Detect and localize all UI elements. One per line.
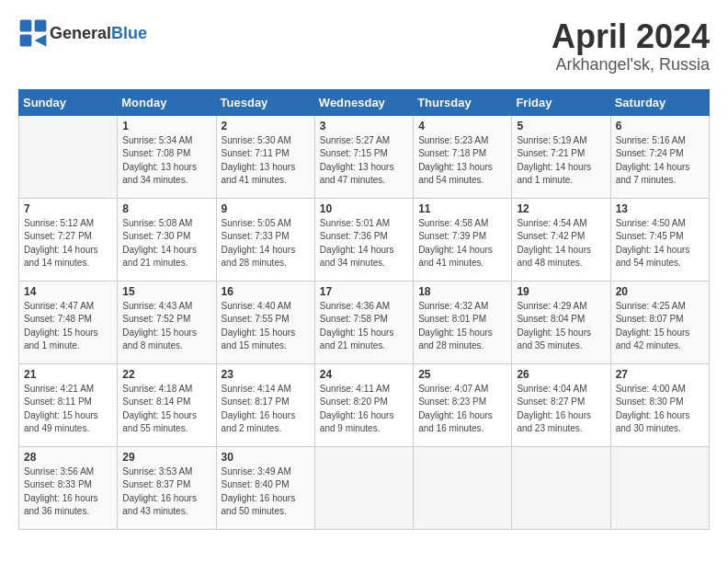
logo-blue: Blue xyxy=(111,24,147,42)
cell-content: Sunrise: 5:16 AM Sunset: 7:24 PM Dayligh… xyxy=(616,134,704,188)
calendar-cell: 12Sunrise: 4:54 AM Sunset: 7:42 PM Dayli… xyxy=(512,198,610,281)
cell-content: Sunrise: 3:49 AM Sunset: 8:40 PM Dayligh… xyxy=(222,465,310,519)
calendar-cell xyxy=(414,446,512,529)
calendar-cell: 6Sunrise: 5:16 AM Sunset: 7:24 PM Daylig… xyxy=(610,115,709,198)
day-number: 14 xyxy=(24,285,112,298)
calendar-cell: 11Sunrise: 4:58 AM Sunset: 7:39 PM Dayli… xyxy=(414,198,512,281)
logo-text: GeneralBlue xyxy=(50,24,147,43)
calendar-cell: 16Sunrise: 4:40 AM Sunset: 7:55 PM Dayli… xyxy=(216,281,314,363)
calendar-week-row: 1Sunrise: 5:34 AM Sunset: 7:08 PM Daylig… xyxy=(19,115,710,198)
column-header-friday: Friday xyxy=(512,89,610,115)
calendar-cell: 23Sunrise: 4:14 AM Sunset: 8:17 PM Dayli… xyxy=(216,363,314,446)
calendar-cell xyxy=(19,115,118,198)
calendar-cell: 14Sunrise: 4:47 AM Sunset: 7:48 PM Dayli… xyxy=(19,281,118,363)
day-number: 24 xyxy=(320,368,408,381)
svg-rect-2 xyxy=(20,35,32,47)
calendar-cell: 21Sunrise: 4:21 AM Sunset: 8:11 PM Dayli… xyxy=(19,363,118,446)
cell-content: Sunrise: 5:05 AM Sunset: 7:33 PM Dayligh… xyxy=(222,217,310,270)
day-number: 6 xyxy=(616,120,704,132)
cell-content: Sunrise: 5:19 AM Sunset: 7:21 PM Dayligh… xyxy=(517,134,605,188)
day-number: 10 xyxy=(320,202,408,215)
cell-content: Sunrise: 4:14 AM Sunset: 8:17 PM Dayligh… xyxy=(222,383,310,436)
page-title: April 2024 xyxy=(552,18,710,55)
calendar-cell: 8Sunrise: 5:08 AM Sunset: 7:30 PM Daylig… xyxy=(118,198,216,281)
calendar-cell xyxy=(610,446,709,529)
day-number: 5 xyxy=(517,120,605,132)
day-number: 1 xyxy=(122,120,210,132)
calendar-week-row: 14Sunrise: 4:47 AM Sunset: 7:48 PM Dayli… xyxy=(19,281,710,363)
calendar-cell: 5Sunrise: 5:19 AM Sunset: 7:21 PM Daylig… xyxy=(512,115,610,198)
cell-content: Sunrise: 4:36 AM Sunset: 7:58 PM Dayligh… xyxy=(320,300,408,353)
calendar-cell: 29Sunrise: 3:53 AM Sunset: 8:37 PM Dayli… xyxy=(118,446,216,529)
day-number: 11 xyxy=(418,202,506,215)
cell-content: Sunrise: 5:34 AM Sunset: 7:08 PM Dayligh… xyxy=(122,134,210,188)
cell-content: Sunrise: 5:23 AM Sunset: 7:18 PM Dayligh… xyxy=(418,134,506,188)
calendar-week-row: 7Sunrise: 5:12 AM Sunset: 7:27 PM Daylig… xyxy=(19,198,710,281)
cell-content: Sunrise: 3:56 AM Sunset: 8:33 PM Dayligh… xyxy=(24,465,112,519)
title-block: April 2024 Arkhangel'sk, Russia xyxy=(552,18,710,75)
day-number: 30 xyxy=(222,451,310,464)
day-number: 2 xyxy=(222,120,310,132)
day-number: 20 xyxy=(616,285,704,298)
calendar-cell: 4Sunrise: 5:23 AM Sunset: 7:18 PM Daylig… xyxy=(414,115,512,198)
calendar-cell: 25Sunrise: 4:07 AM Sunset: 8:23 PM Dayli… xyxy=(414,363,512,446)
day-number: 16 xyxy=(222,285,310,298)
calendar-cell xyxy=(512,446,610,529)
calendar-header-row: SundayMondayTuesdayWednesdayThursdayFrid… xyxy=(19,89,710,115)
day-number: 9 xyxy=(222,202,310,215)
cell-content: Sunrise: 5:30 AM Sunset: 7:11 PM Dayligh… xyxy=(222,134,310,188)
calendar-cell: 22Sunrise: 4:18 AM Sunset: 8:14 PM Dayli… xyxy=(118,363,216,446)
day-number: 23 xyxy=(222,368,310,381)
calendar-cell: 24Sunrise: 4:11 AM Sunset: 8:20 PM Dayli… xyxy=(314,363,413,446)
calendar-week-row: 28Sunrise: 3:56 AM Sunset: 8:33 PM Dayli… xyxy=(19,446,710,529)
cell-content: Sunrise: 5:01 AM Sunset: 7:36 PM Dayligh… xyxy=(320,217,408,270)
day-number: 19 xyxy=(517,285,605,298)
logo-general: General xyxy=(50,24,111,42)
cell-content: Sunrise: 4:32 AM Sunset: 8:01 PM Dayligh… xyxy=(418,300,506,353)
calendar-table: SundayMondayTuesdayWednesdayThursdayFrid… xyxy=(18,89,710,530)
cell-content: Sunrise: 4:18 AM Sunset: 8:14 PM Dayligh… xyxy=(122,383,210,436)
calendar-cell: 9Sunrise: 5:05 AM Sunset: 7:33 PM Daylig… xyxy=(216,198,314,281)
cell-content: Sunrise: 4:29 AM Sunset: 8:04 PM Dayligh… xyxy=(517,300,605,353)
day-number: 21 xyxy=(24,368,112,381)
cell-content: Sunrise: 4:00 AM Sunset: 8:30 PM Dayligh… xyxy=(616,383,704,436)
calendar-cell: 26Sunrise: 4:04 AM Sunset: 8:27 PM Dayli… xyxy=(512,363,610,446)
svg-rect-1 xyxy=(35,20,47,32)
cell-content: Sunrise: 4:07 AM Sunset: 8:23 PM Dayligh… xyxy=(418,383,506,436)
page-subtitle: Arkhangel'sk, Russia xyxy=(552,55,710,75)
column-header-tuesday: Tuesday xyxy=(216,89,314,115)
cell-content: Sunrise: 5:27 AM Sunset: 7:15 PM Dayligh… xyxy=(320,134,408,188)
cell-content: Sunrise: 3:53 AM Sunset: 8:37 PM Dayligh… xyxy=(122,465,210,519)
calendar-cell: 17Sunrise: 4:36 AM Sunset: 7:58 PM Dayli… xyxy=(314,281,413,363)
day-number: 25 xyxy=(418,368,506,381)
cell-content: Sunrise: 4:47 AM Sunset: 7:48 PM Dayligh… xyxy=(24,300,112,353)
calendar-cell: 30Sunrise: 3:49 AM Sunset: 8:40 PM Dayli… xyxy=(216,446,314,529)
column-header-wednesday: Wednesday xyxy=(314,89,413,115)
day-number: 13 xyxy=(616,202,704,215)
day-number: 22 xyxy=(122,368,210,381)
cell-content: Sunrise: 4:11 AM Sunset: 8:20 PM Dayligh… xyxy=(320,383,408,436)
calendar-week-row: 21Sunrise: 4:21 AM Sunset: 8:11 PM Dayli… xyxy=(19,363,710,446)
logo: GeneralBlue xyxy=(18,18,147,48)
calendar-cell: 7Sunrise: 5:12 AM Sunset: 7:27 PM Daylig… xyxy=(19,198,118,281)
day-number: 3 xyxy=(320,120,408,132)
cell-content: Sunrise: 4:50 AM Sunset: 7:45 PM Dayligh… xyxy=(616,217,704,270)
cell-content: Sunrise: 4:21 AM Sunset: 8:11 PM Dayligh… xyxy=(24,383,112,436)
svg-marker-3 xyxy=(35,35,47,47)
column-header-monday: Monday xyxy=(118,89,216,115)
day-number: 15 xyxy=(122,285,210,298)
day-number: 8 xyxy=(122,202,210,215)
calendar-cell xyxy=(314,446,413,529)
day-number: 7 xyxy=(24,202,112,215)
logo-icon xyxy=(18,18,48,48)
cell-content: Sunrise: 4:43 AM Sunset: 7:52 PM Dayligh… xyxy=(122,300,210,353)
day-number: 28 xyxy=(24,451,112,464)
calendar-cell: 20Sunrise: 4:25 AM Sunset: 8:07 PM Dayli… xyxy=(610,281,709,363)
day-number: 4 xyxy=(418,120,506,132)
calendar-cell: 1Sunrise: 5:34 AM Sunset: 7:08 PM Daylig… xyxy=(118,115,216,198)
calendar-cell: 10Sunrise: 5:01 AM Sunset: 7:36 PM Dayli… xyxy=(314,198,413,281)
day-number: 17 xyxy=(320,285,408,298)
day-number: 12 xyxy=(517,202,605,215)
cell-content: Sunrise: 5:08 AM Sunset: 7:30 PM Dayligh… xyxy=(122,217,210,270)
calendar-cell: 18Sunrise: 4:32 AM Sunset: 8:01 PM Dayli… xyxy=(414,281,512,363)
